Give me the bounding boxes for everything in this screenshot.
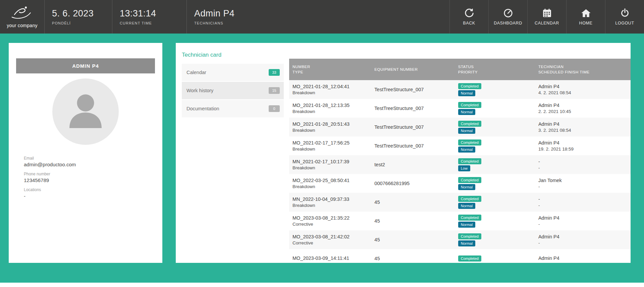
equipment-cell: TestTreeStructure_007 xyxy=(371,118,454,136)
page-subtitle: TECHNICIANS xyxy=(194,21,442,25)
menu-item-work-history-label: Work history xyxy=(186,88,213,93)
status-badge: Completed xyxy=(458,139,481,146)
home-button[interactable]: HOME xyxy=(566,0,605,34)
technician-detail-card: Technician card Calendar 33 Work history… xyxy=(176,43,631,263)
company-logo-text: your company xyxy=(7,23,38,28)
phone-label: Phone number xyxy=(24,172,162,176)
current-date-block: 5. 6. 2023 PONDĚLÍ xyxy=(44,0,112,34)
menu-item-work-history[interactable]: Work history 15 xyxy=(182,82,284,99)
status-badge: Completed xyxy=(458,233,481,239)
table-row[interactable]: MO_2023-03-09_14:11:41 45 Completed Admi… xyxy=(289,249,631,263)
table-row[interactable]: MO_2021-01-28_12:04:41 Breakdown TestTre… xyxy=(289,80,631,99)
row-finish: - xyxy=(538,165,631,170)
row-number: MN_2022-10-04_09:37:33 xyxy=(292,196,371,202)
menu-item-documentation[interactable]: Documentation 0 xyxy=(182,100,284,117)
row-technician: Admin P4 xyxy=(538,215,631,221)
app-window: your company 5. 6. 2023 PONDĚLÍ 13:31:14… xyxy=(0,0,644,283)
menu-item-work-history-count-badge: 15 xyxy=(269,87,280,94)
column-header-line: PRIORITY xyxy=(458,70,535,74)
number-cell: MO_2021-01-28_12:13:35 Breakdown xyxy=(289,99,371,118)
row-type: Corrective xyxy=(292,222,371,227)
technician-cell: Admin P4 19. 2. 2021 18:59 xyxy=(535,136,631,155)
person-icon xyxy=(60,86,111,137)
column-header-line: TECHNICIAN xyxy=(538,65,631,69)
row-equipment: 45 xyxy=(374,237,454,242)
row-technician: Jan Tomek xyxy=(538,178,631,183)
menu-item-calendar[interactable]: Calendar 33 xyxy=(182,64,284,81)
current-day-label: PONDĚLÍ xyxy=(52,21,105,25)
row-technician: Admin P4 xyxy=(538,103,631,108)
priority-badge: Normal xyxy=(458,109,475,115)
table-row[interactable]: MO_2022-03-25_08:50:41 Breakdown 0007666… xyxy=(289,174,631,193)
status-cell: Completed Normal xyxy=(455,212,535,230)
row-finish: - xyxy=(538,240,631,245)
status-badge: Completed xyxy=(458,177,481,183)
row-technician: Admin P4 xyxy=(538,121,631,127)
table-row[interactable]: MN_2022-10-04_09:37:33 Breakdown 45 Comp… xyxy=(289,193,631,212)
status-cell: Completed Normal xyxy=(455,80,535,99)
status-cell: Completed Normal xyxy=(455,118,535,136)
back-icon xyxy=(464,8,474,18)
row-number: MO_2021-02-17_17:56:25 xyxy=(292,140,371,146)
row-number: MN_2021-02-17_10:17:39 xyxy=(292,159,371,164)
technician-cell: Admin P4 - xyxy=(535,230,631,249)
equipment-cell: 45 xyxy=(371,249,454,263)
avatar xyxy=(52,78,119,145)
row-finish: - xyxy=(538,184,631,189)
row-equipment: 45 xyxy=(374,256,454,261)
column-header-line: TYPE xyxy=(292,70,371,74)
locations-value: - xyxy=(24,193,162,199)
number-cell: MN_2021-02-17_10:17:39 Breakdown xyxy=(289,155,371,174)
technician-profile-card: ADMIN P4 Email admin@productoo.com Phone… xyxy=(9,43,162,263)
row-equipment: 45 xyxy=(374,218,454,224)
column-header-line: NUMBER xyxy=(292,65,371,69)
work-history-table: NUMBER TYPE EQUIPMENT NUMBER STATUS PRIO… xyxy=(289,43,631,263)
work-history-table-body: MO_2021-01-28_12:04:41 Breakdown TestTre… xyxy=(289,80,631,263)
table-row[interactable]: MO_2021-01-28_12:13:35 Breakdown TestTre… xyxy=(289,99,631,118)
row-equipment: 0007666281995 xyxy=(374,181,454,186)
current-time: 13:31:14 xyxy=(120,8,179,19)
priority-badge: Low xyxy=(458,165,470,171)
row-technician: - xyxy=(538,159,631,164)
dashboard-button[interactable]: DASHBOARD xyxy=(488,0,527,34)
row-type: Breakdown xyxy=(292,165,371,170)
technician-cell: Admin P4 3. 2. 2021 08:54 xyxy=(535,118,631,136)
column-header-status: STATUS PRIORITY xyxy=(455,59,535,80)
status-badge: Completed xyxy=(458,255,481,262)
back-button[interactable]: BACK xyxy=(449,0,488,34)
row-number: MO_2022-03-25_08:50:41 xyxy=(292,178,371,183)
table-row[interactable]: MO_2023-03-08_21:35:22 Corrective 45 Com… xyxy=(289,212,631,230)
home-button-label: HOME xyxy=(579,21,593,25)
technician-cell: - - xyxy=(535,193,631,212)
status-badge: Completed xyxy=(458,121,481,127)
row-number: MO_2023-03-08_21:35:22 xyxy=(292,215,371,221)
table-row[interactable]: MO_2021-01-28_20:51:43 Breakdown TestTre… xyxy=(289,118,631,136)
number-cell: MO_2021-01-28_20:51:43 Breakdown xyxy=(289,118,371,136)
row-finish: - xyxy=(538,203,631,208)
equipment-cell: 45 xyxy=(371,212,454,230)
table-header-row: NUMBER TYPE EQUIPMENT NUMBER STATUS PRIO… xyxy=(289,59,631,80)
number-cell: MO_2022-03-25_08:50:41 Breakdown xyxy=(289,174,371,193)
row-number: MO_2021-01-28_12:04:41 xyxy=(292,84,371,89)
table-row[interactable]: MO_2021-02-17_17:56:25 Breakdown TestTre… xyxy=(289,136,631,155)
equipment-cell: TestTreeStructure_007 xyxy=(371,136,454,155)
top-bar: your company 5. 6. 2023 PONDĚLÍ 13:31:14… xyxy=(0,0,644,34)
header-nav: BACK DASHBOARD xyxy=(449,0,644,34)
row-type: Breakdown xyxy=(292,90,371,95)
technician-cell: Admin P4 4. 2. 2021 08:54 xyxy=(535,80,631,99)
logout-icon xyxy=(620,8,630,18)
company-logo-icon xyxy=(7,5,38,22)
priority-badge: Normal xyxy=(458,203,475,209)
equipment-cell: 0007666281995 xyxy=(371,174,454,193)
column-header-line: SCHEDULED FINISH TIME xyxy=(538,70,631,74)
status-cell: Completed Normal xyxy=(455,193,535,212)
logout-button[interactable]: LOGOUT xyxy=(605,0,644,34)
table-row[interactable]: MO_2023-03-08_21:42:02 Corrective 45 Com… xyxy=(289,230,631,249)
equipment-cell: 45 xyxy=(371,193,454,212)
row-technician: Admin P4 xyxy=(538,234,631,239)
technician-cell: Jan Tomek - xyxy=(535,174,631,193)
table-row[interactable]: MN_2021-02-17_10:17:39 Breakdown test2 C… xyxy=(289,155,631,174)
row-number: MO_2021-01-28_20:51:43 xyxy=(292,121,371,127)
calendar-button[interactable]: CALENDAR xyxy=(527,0,566,34)
status-badge: Completed xyxy=(458,215,481,221)
